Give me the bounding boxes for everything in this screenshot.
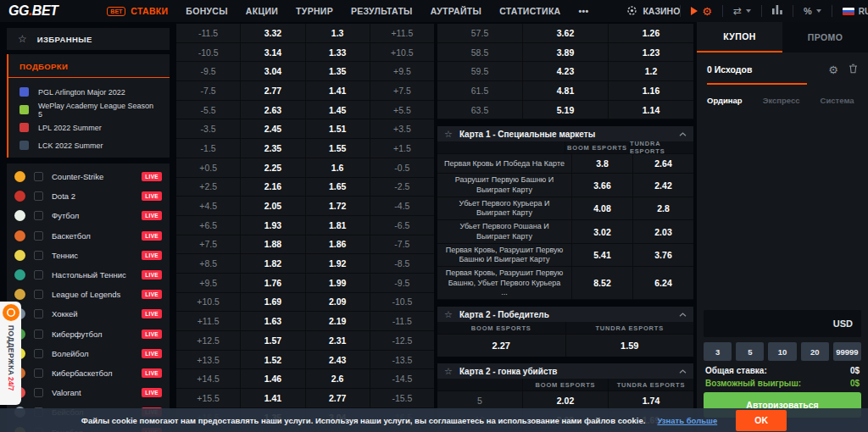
odds-cell[interactable]: 1.86 (306, 235, 370, 254)
odds-cell[interactable]: 3.76 (633, 244, 693, 267)
odds-cell[interactable]: 2.63 (241, 101, 305, 119)
bet-mode-1[interactable]: Экспресс (763, 96, 800, 105)
odds-cell[interactable]: 1.76 (241, 274, 305, 292)
odds-cell[interactable]: 5.41 (572, 244, 633, 267)
odds-cell[interactable]: 1.51 (306, 119, 370, 138)
odds-cell[interactable]: 1.88 (241, 235, 305, 254)
odds-cell[interactable]: 1.82 (241, 254, 305, 273)
support-tab[interactable]: ПОДДЕРЖКА 24/7 (0, 302, 21, 405)
odds-cell[interactable]: 3.62 (523, 24, 609, 42)
odds-cell[interactable]: 3.14 (241, 43, 305, 62)
nav-item-4[interactable]: РЕЗУЛЬТАТЫ (351, 6, 413, 16)
sport-item-6[interactable]: League of LegendsLIVE (7, 285, 170, 304)
odds-cell[interactable]: 1.52 (241, 351, 305, 369)
sport-item-4[interactable]: ТеннисLIVE (7, 246, 170, 265)
odds-cell[interactable]: 4.23 (523, 62, 609, 80)
gear-icon[interactable]: ⚙ (828, 64, 838, 75)
odds-cell[interactable]: 1.63 (241, 312, 305, 330)
odds-cell[interactable]: 1.99 (306, 274, 370, 292)
odds-cell[interactable]: 1.3 (306, 24, 370, 42)
star-icon[interactable]: ☆ (444, 367, 453, 376)
section-header[interactable]: ☆ Карта 2 - Победитель (437, 307, 693, 322)
odds-cell[interactable]: 2.31 (306, 331, 370, 350)
collection-item-1[interactable]: WePlay Academy League Season 5 (8, 101, 170, 119)
bet-mode-2[interactable]: Система (821, 96, 854, 105)
sport-checkbox[interactable] (34, 309, 43, 318)
odds-cell[interactable]: 1.45 (306, 101, 370, 119)
sport-item-11[interactable]: ValorantLIVE (7, 383, 170, 402)
sport-checkbox[interactable] (34, 191, 43, 201)
odds-cell[interactable]: 1.33 (306, 43, 370, 62)
odds-cell[interactable]: 2.02 (523, 391, 609, 410)
sport-checkbox[interactable] (34, 251, 43, 260)
odds-cell[interactable]: 1.65 (306, 178, 370, 197)
odds-cell[interactable]: 3.89 (523, 43, 609, 62)
odds-cell[interactable]: 1.41 (241, 389, 305, 407)
quick-stake-button[interactable]: 20 (801, 342, 829, 361)
odds-cell[interactable]: 2.35 (241, 139, 305, 158)
quick-stake-button[interactable]: 99999 (833, 342, 861, 361)
odds-cell[interactable]: 6.24 (633, 267, 693, 299)
sport-item-1[interactable]: Dota 2LIVE (7, 186, 170, 206)
cookie-ok-button[interactable]: OK (736, 410, 787, 431)
nav-item-6[interactable]: СТАТИСТИКА (499, 6, 560, 16)
odds-cell[interactable]: 4.81 (523, 81, 609, 100)
odds-cell[interactable]: 1.57 (241, 331, 305, 350)
sport-checkbox[interactable] (34, 330, 43, 339)
sport-item-3[interactable]: БаскетболLIVE (7, 226, 170, 246)
odds-cell[interactable]: 2.45 (241, 119, 305, 138)
sport-item-9[interactable]: ВолейболLIVE (7, 344, 170, 363)
odds-cell[interactable]: 3.66 (572, 174, 633, 197)
sport-checkbox[interactable] (34, 368, 43, 378)
nav-item-3[interactable]: ТУРНИР (296, 6, 333, 16)
logo[interactable]: GG.BET (8, 3, 58, 19)
language-selector[interactable]: RU (843, 7, 868, 16)
nav-item-2[interactable]: АКЦИИ (246, 6, 278, 16)
odds-cell[interactable]: 4.08 (572, 197, 633, 220)
sport-item-2[interactable]: ФутболLIVE (7, 206, 170, 225)
trash-icon[interactable] (849, 64, 858, 75)
sport-item-7[interactable]: ХоккейLIVE (7, 304, 170, 324)
odds-cell[interactable]: 1.41 (306, 81, 370, 100)
odds-cell[interactable]: 2.8 (633, 197, 693, 220)
odds-cell[interactable]: 2.6 (306, 369, 370, 388)
sport-checkbox[interactable] (34, 388, 43, 397)
odds-cell[interactable]: 2.77 (241, 81, 305, 100)
odds-cell[interactable]: 1.46 (241, 369, 305, 388)
odds-cell[interactable]: 2.19 (306, 312, 370, 330)
odds-cell[interactable]: 8.52 (572, 267, 633, 299)
sport-checkbox[interactable] (34, 211, 43, 220)
odds-cell[interactable]: 1.23 (609, 43, 693, 62)
star-icon[interactable]: ☆ (444, 310, 453, 319)
odds-cell[interactable]: 1.16 (609, 81, 693, 100)
odds-cell[interactable]: 1.2 (609, 62, 693, 80)
odds-cell[interactable]: 1.74 (609, 391, 693, 410)
cookie-learn-more-link[interactable]: Узнать больше (657, 416, 717, 425)
odds-cell[interactable]: 1.81 (306, 216, 370, 235)
sport-checkbox[interactable] (34, 290, 43, 299)
odds-cell[interactable]: 3.8 (572, 154, 633, 173)
odds-cell[interactable]: 3.02 (572, 220, 633, 243)
odds-cell[interactable]: 1.59 (566, 335, 694, 357)
nav-item-1[interactable]: БОНУСЫ (186, 6, 228, 16)
quick-stake-button[interactable]: 5 (736, 342, 764, 361)
live-settings-button[interactable]: ⚙ (691, 6, 712, 17)
sport-item-0[interactable]: Counter-StrikeLIVE (7, 167, 170, 186)
favorites-panel[interactable]: ☆ ИЗБРАННЫЕ (7, 28, 170, 50)
odds-cell[interactable]: 1.14 (609, 101, 693, 119)
odds-format-button[interactable]: % (804, 6, 821, 16)
odds-cell[interactable]: 1.69 (241, 293, 305, 312)
sport-item-10[interactable]: КибербаскетболLIVE (7, 363, 170, 383)
stake-amount-input[interactable]: USD (704, 310, 861, 337)
star-icon[interactable]: ☆ (444, 130, 453, 139)
tab-coupon[interactable]: КУПОН (697, 22, 782, 53)
nav-item-7[interactable]: ••• (579, 6, 589, 16)
odds-cell[interactable]: 1.92 (306, 254, 370, 273)
odds-cell[interactable]: 2.05 (241, 197, 305, 215)
odds-cell[interactable]: 2.09 (306, 293, 370, 312)
sport-item-5[interactable]: Настольный ТеннисLIVE (7, 265, 170, 285)
tab-promo[interactable]: ПРОМО (782, 22, 868, 53)
nav-item-5[interactable]: АУТРАЙТЫ (431, 6, 481, 16)
odds-cell[interactable]: 2.43 (306, 351, 370, 369)
odds-cell[interactable]: 2.77 (306, 389, 370, 407)
